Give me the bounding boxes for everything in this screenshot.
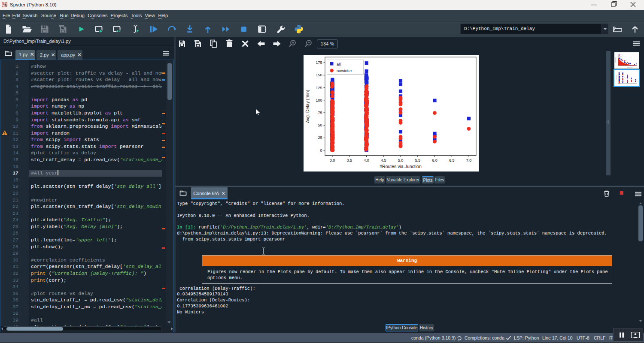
svg-text:5.0: 5.0 [398, 158, 404, 162]
svg-text:S: S [5, 4, 7, 7]
svg-text:75: 75 [318, 111, 322, 115]
svg-text:100: 100 [316, 98, 322, 102]
svg-text:#Routes via Junction: #Routes via Junction [380, 164, 422, 169]
svg-text:5.5: 5.5 [415, 158, 421, 162]
svg-text:50: 50 [318, 123, 322, 127]
svg-text:4.0: 4.0 [364, 158, 369, 162]
svg-text:6.5: 6.5 [449, 158, 455, 162]
svg-text:150: 150 [316, 73, 322, 77]
svg-text:nowinter: nowinter [337, 68, 352, 73]
svg-text:0: 0 [320, 148, 322, 153]
svg-text:3.5: 3.5 [347, 158, 352, 162]
svg-text:3.0: 3.0 [330, 158, 335, 162]
svg-text:25: 25 [318, 135, 322, 140]
svg-text:4.5: 4.5 [381, 158, 386, 162]
svg-text:6.0: 6.0 [432, 158, 437, 162]
svg-text:7.0: 7.0 [466, 158, 472, 162]
svg-text:all: all [337, 62, 341, 66]
svg-text:175: 175 [316, 60, 322, 65]
svg-text:Avg. Delay (min): Avg. Delay (min) [305, 90, 310, 123]
svg-text:125: 125 [316, 86, 322, 90]
